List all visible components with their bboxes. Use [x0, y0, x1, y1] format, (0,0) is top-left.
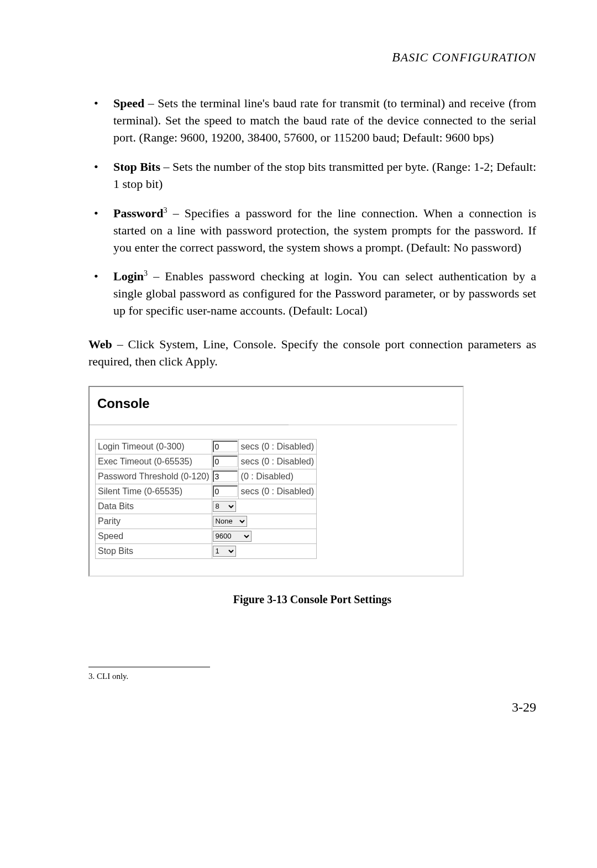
table-row: Silent Time (0-65535) secs (0 : Disabled…: [96, 484, 317, 499]
bullet-text: – Specifies a password for the line conn…: [113, 206, 536, 254]
row-field: 1: [212, 543, 317, 558]
row-label: Speed: [96, 529, 212, 543]
table-row: Stop Bits 1: [96, 543, 317, 558]
web-text: – Click System, Line, Console. Specify t…: [88, 337, 536, 368]
login-timeout-input[interactable]: [213, 441, 238, 452]
header-cap1: B: [392, 50, 401, 64]
table-row: Data Bits 8: [96, 499, 317, 514]
table-row: Parity None: [96, 514, 317, 529]
bullet-item: Password3 – Specifies a password for the…: [88, 205, 536, 257]
bullet-text: – Enables password checking at login. Yo…: [113, 270, 536, 318]
footnote-rule: [88, 667, 210, 667]
row-field: 9600: [212, 529, 317, 543]
header-rest1: ASIC: [401, 50, 432, 64]
table-row: Login Timeout (0-300) secs (0 : Disabled…: [96, 439, 317, 454]
web-instructions: Web – Click System, Line, Console. Speci…: [88, 336, 536, 370]
parity-select[interactable]: None: [213, 516, 247, 527]
row-label: Data Bits: [96, 499, 212, 514]
bullet-term: Speed: [113, 96, 144, 110]
figure-caption: Figure 3-13 Console Port Settings: [88, 593, 536, 606]
bullet-term: Stop Bits: [113, 160, 160, 174]
table-row: Speed 9600: [96, 529, 317, 543]
row-field: [212, 469, 238, 484]
console-table: Login Timeout (0-300) secs (0 : Disabled…: [95, 439, 317, 559]
row-field: 8: [212, 499, 317, 514]
console-divider: [90, 417, 463, 431]
row-note: secs (0 : Disabled): [238, 439, 317, 454]
row-field: [212, 484, 238, 499]
bullet-item: Login3 – Enables password checking at lo…: [88, 268, 536, 320]
row-note: (0 : Disabled): [238, 469, 317, 484]
row-field: [212, 454, 238, 469]
table-row: Password Threshold (0-120) (0 : Disabled…: [96, 469, 317, 484]
header-cap2: C: [432, 50, 442, 64]
row-label: Password Threshold (0-120): [96, 469, 212, 484]
bullet-item: Stop Bits – Sets the number of the stop …: [88, 159, 536, 193]
bullet-term: Password: [113, 206, 163, 220]
bullet-list: Speed – Sets the terminal line's baud ra…: [88, 95, 536, 320]
speed-select[interactable]: 9600: [213, 531, 252, 542]
row-label: Login Timeout (0-300): [96, 439, 212, 454]
footnote-ref: 3: [144, 269, 148, 278]
console-title: Console: [95, 396, 463, 411]
row-label: Stop Bits: [96, 543, 212, 558]
bullet-text: – Sets the terminal line's baud rate for…: [113, 96, 536, 144]
row-label: Exec Timeout (0-65535): [96, 454, 212, 469]
bullet-item: Speed – Sets the terminal line's baud ra…: [88, 95, 536, 147]
stop-bits-select[interactable]: 1: [213, 546, 236, 557]
bullet-text: – Sets the number of the stop bits trans…: [113, 160, 536, 191]
data-bits-select[interactable]: 8: [213, 501, 236, 512]
silent-time-input[interactable]: [213, 485, 238, 497]
password-threshold-input[interactable]: [213, 470, 238, 482]
section-header: BASIC CONFIGURATION: [88, 50, 536, 65]
row-label: Parity: [96, 514, 212, 529]
bullet-term: Login: [113, 270, 144, 284]
row-note: secs (0 : Disabled): [238, 454, 317, 469]
table-row: Exec Timeout (0-65535) secs (0 : Disable…: [96, 454, 317, 469]
console-panel: Console Login Timeout (0-300) secs (0 : …: [88, 386, 464, 577]
row-label: Silent Time (0-65535): [96, 484, 212, 499]
row-field: None: [212, 514, 317, 529]
footnote-text: 3. CLI only.: [88, 672, 536, 681]
web-term: Web: [88, 337, 112, 351]
row-field: [212, 439, 238, 454]
row-note: secs (0 : Disabled): [238, 484, 317, 499]
page-number: 3-29: [88, 700, 536, 715]
exec-timeout-input[interactable]: [213, 456, 238, 467]
header-rest2: ONFIGURATION: [442, 50, 536, 64]
